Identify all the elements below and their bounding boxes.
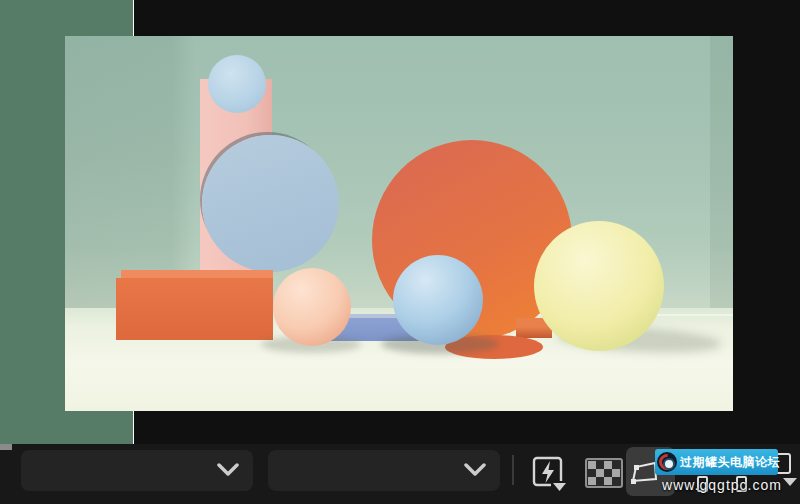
app-window: 过期罐头电脑论坛 www.gqgtpc.com xyxy=(0,0,800,504)
toolbar-divider xyxy=(512,455,514,485)
flash-icon xyxy=(529,455,569,493)
small-blue-sphere xyxy=(208,55,266,113)
yellow-sphere xyxy=(534,221,664,351)
wall-right-shading xyxy=(710,36,733,309)
checkerboard-button[interactable] xyxy=(585,458,623,488)
dropdown-2[interactable] xyxy=(268,450,500,491)
watermark-logo-icon xyxy=(657,452,677,472)
wall-left-shading xyxy=(65,36,195,309)
watermark-badge: 过期罐头电脑论坛 xyxy=(655,449,778,475)
chevron-down-icon xyxy=(217,462,239,478)
blue-sphere xyxy=(393,255,483,345)
large-blue-circle xyxy=(202,135,339,272)
flash-button[interactable] xyxy=(529,455,569,493)
checkerboard-icon xyxy=(585,458,623,488)
bottom-toolbar: 过期罐头电脑论坛 www.gqgtpc.com xyxy=(0,444,800,504)
watermark-url: www.gqgtpc.com xyxy=(652,477,792,493)
chevron-down-icon xyxy=(464,462,486,478)
watermark-text: 过期罐头电脑论坛 xyxy=(680,454,780,471)
preview-image xyxy=(65,36,733,411)
peach-sphere xyxy=(273,268,351,346)
edge-artifact xyxy=(0,444,12,450)
dropdown-1[interactable] xyxy=(21,450,253,491)
orange-block xyxy=(116,278,273,340)
